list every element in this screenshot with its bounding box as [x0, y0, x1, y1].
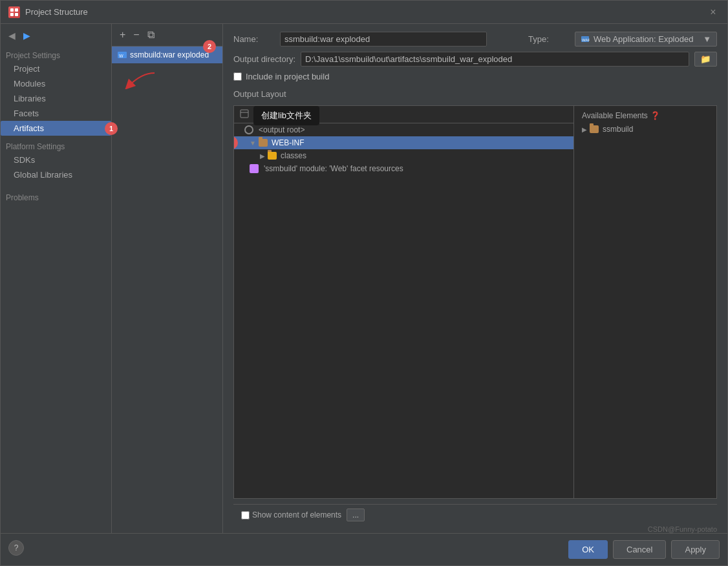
action-buttons: ? OK Cancel Apply	[1, 533, 727, 565]
ssmbuild-label: ssmbuild	[603, 125, 633, 134]
svg-rect-8	[241, 110, 248, 118]
type-value: Web Application: Exploded	[594, 34, 693, 44]
browse-button[interactable]: 📁	[694, 52, 717, 67]
arrow-2	[122, 70, 161, 89]
svg-text:W: W	[119, 54, 123, 58]
layout-toolbar-icon[interactable]	[238, 109, 251, 121]
layout-bottom-bar: Show content of elements ...	[233, 504, 717, 525]
ok-button[interactable]: OK	[568, 540, 608, 559]
artifact-list-panel: + − ⧉ W ssmbuild:war exploded 2	[112, 24, 223, 533]
classes-item[interactable]: ▶ classes	[234, 149, 573, 162]
title-bar: Project Structure ×	[1, 1, 727, 24]
output-layout-toolbar: 4 创建lib文件夹	[234, 106, 573, 123]
add-artifact-button[interactable]: +	[117, 28, 128, 42]
available-elements-title: Available Elements ❓	[577, 109, 714, 123]
output-root-item[interactable]: <output root>	[234, 123, 573, 136]
nav-forward-button[interactable]: ▶	[21, 29, 33, 42]
app-icon	[8, 6, 20, 18]
name-row: Name: Type: WAR Web Application: Explode…	[233, 32, 717, 47]
detail-panel: Name: Type: WAR Web Application: Explode…	[223, 24, 727, 533]
webinf-label: WEB-INF	[272, 138, 305, 147]
sidebar-item-sdks[interactable]: SDKs	[1, 152, 111, 167]
layout-icon	[240, 109, 249, 118]
show-content-checkbox[interactable]	[241, 511, 250, 519]
dialog-title: Project Structure	[25, 7, 88, 17]
include-build-label: Include in project build	[246, 72, 329, 81]
sidebar: ◀ ▶ Project Settings Project Modules Lib…	[1, 24, 112, 533]
svg-rect-1	[15, 8, 18, 12]
output-layout-label: Output Layout	[233, 87, 717, 100]
annotation-arrow-area	[112, 63, 222, 91]
war-exploded-icon: W	[117, 50, 127, 60]
more-button[interactable]: ...	[347, 508, 365, 521]
sidebar-item-project[interactable]: Project	[1, 61, 111, 76]
remove-artifact-button[interactable]: −	[131, 28, 142, 42]
cancel-button[interactable]: Cancel	[613, 540, 666, 559]
sidebar-item-artifacts[interactable]: Artifacts 1	[1, 121, 111, 136]
svg-rect-2	[10, 13, 14, 16]
output-dir-input[interactable]	[301, 52, 689, 67]
annotation-2: 2	[203, 40, 216, 53]
output-layout-tree: 4 创建lib文件夹 <output root> ▼ WEB-INF	[234, 106, 574, 498]
platform-settings-section: Platform Settings	[1, 136, 111, 152]
project-settings-section: Project Settings	[1, 47, 111, 61]
close-button[interactable]: ×	[707, 6, 720, 19]
dropdown-arrow-icon: ▼	[703, 34, 711, 44]
available-help-icon: ❓	[650, 111, 660, 120]
title-bar-left: Project Structure	[8, 6, 88, 18]
ssmbuild-available-item[interactable]: ▶ ssmbuild	[577, 123, 714, 136]
webinf-item[interactable]: ▼ WEB-INF 3	[234, 136, 573, 149]
include-build-row: Include in project build	[233, 72, 717, 81]
available-elements-label: Available Elements	[582, 111, 648, 120]
output-dir-label: Output directory:	[233, 54, 295, 64]
svg-rect-3	[15, 13, 18, 16]
include-in-build-checkbox[interactable]	[233, 72, 242, 81]
name-label: Name:	[233, 34, 272, 44]
sidebar-item-libraries[interactable]: Libraries	[1, 91, 111, 106]
sidebar-item-global-libraries[interactable]: Global Libraries	[1, 167, 111, 182]
nav-buttons: ◀ ▶	[1, 26, 111, 47]
classes-expand-arrow[interactable]: ▶	[260, 152, 265, 160]
type-label: Type:	[528, 34, 567, 44]
annotation-1: 1	[105, 122, 118, 135]
output-dir-row: Output directory: 📁	[233, 52, 717, 67]
watermark: CSDN@Funny-potato	[648, 525, 717, 533]
module-resource-label: 'ssmbuild' module: 'Web' facet resources	[264, 164, 403, 173]
svg-rect-0	[10, 8, 14, 12]
help-area: ?	[8, 540, 24, 559]
show-content-row: Show content of elements	[241, 510, 341, 519]
sidebar-item-modules[interactable]: Modules	[1, 76, 111, 91]
layout-area: 4 创建lib文件夹 <output root> ▼ WEB-INF	[233, 105, 717, 499]
help-button[interactable]: ?	[8, 540, 24, 556]
module-resource-item[interactable]: 'ssmbuild' module: 'Web' facet resources	[234, 162, 573, 175]
tooltip-create-lib: 创建lib文件夹	[253, 106, 319, 125]
show-content-label: Show content of elements	[252, 510, 341, 519]
apply-button[interactable]: Apply	[671, 540, 720, 559]
layout-divider	[573, 106, 574, 498]
type-icon: WAR	[581, 35, 590, 44]
name-input[interactable]	[280, 32, 487, 47]
ssmbuild-expand-arrow[interactable]: ▶	[582, 126, 587, 133]
webinf-expand-arrow[interactable]: ▼	[250, 140, 256, 147]
svg-text:WAR: WAR	[582, 38, 590, 42]
copy-artifact-button[interactable]: ⧉	[145, 28, 157, 42]
available-elements-panel: Available Elements ❓ ▶ ssmbuild	[574, 106, 716, 498]
webinf-folder-icon	[259, 139, 268, 147]
output-root-label: <output root>	[259, 125, 305, 134]
ssmbuild-folder-icon	[590, 125, 599, 133]
annotation-3: 3	[234, 136, 238, 149]
sidebar-item-facets[interactable]: Facets	[1, 106, 111, 121]
artifact-item-ssmbuild[interactable]: W ssmbuild:war exploded 2	[112, 47, 222, 63]
type-dropdown[interactable]: WAR Web Application: Exploded ▼	[575, 32, 717, 47]
project-structure-dialog: Project Structure × ◀ ▶ Project Settings…	[0, 0, 728, 566]
classes-label: classes	[281, 151, 306, 160]
output-root-icon	[244, 125, 253, 134]
main-content: ◀ ▶ Project Settings Project Modules Lib…	[1, 24, 727, 533]
module-resource-icon	[250, 164, 259, 173]
problems-section: Problems	[1, 182, 111, 204]
nav-back-button[interactable]: ◀	[6, 29, 18, 42]
classes-folder-icon	[268, 152, 277, 160]
